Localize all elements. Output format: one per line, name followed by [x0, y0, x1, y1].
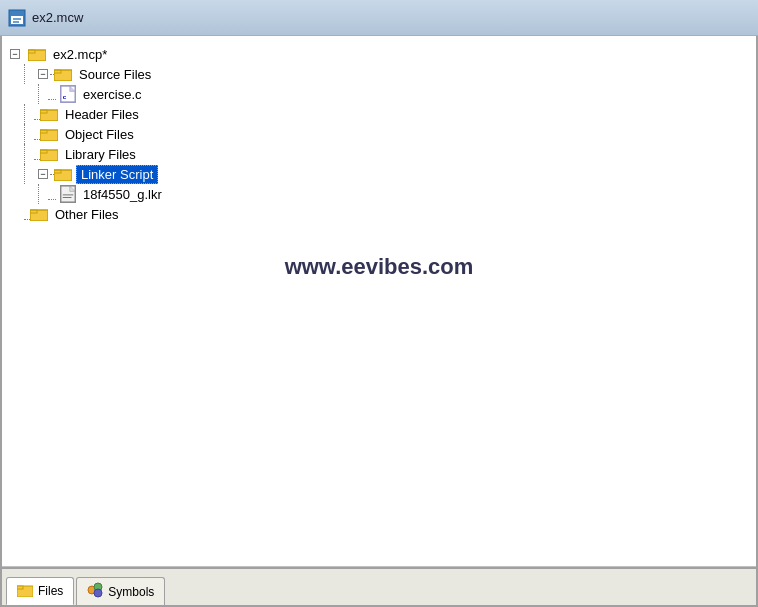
svg-rect-26 [61, 186, 75, 202]
window-icon [8, 9, 26, 27]
svg-rect-34 [17, 586, 23, 589]
tab-symbols[interactable]: Symbols [76, 577, 165, 605]
file-icon-exercise-c: c [60, 85, 76, 103]
tab-symbols-label: Symbols [108, 585, 154, 599]
watermark: www.eevibes.com [6, 224, 752, 300]
svg-point-37 [94, 589, 102, 597]
title-bar: ex2.mcw [0, 0, 758, 36]
folder-icon-other [30, 207, 48, 221]
tab-files-icon [17, 583, 33, 600]
tree-row-root[interactable]: − ex2.mcp* [6, 44, 752, 64]
header-files-label: Header Files [62, 106, 142, 123]
library-files-label: Library Files [62, 146, 139, 163]
tree-row-object-files[interactable]: Object Files [6, 124, 752, 144]
tree-row-other-files[interactable]: Other Files [6, 204, 752, 224]
watermark-text: www.eevibes.com [285, 254, 474, 279]
tree-area[interactable]: − ex2.mcp* − [2, 36, 756, 567]
folder-icon-header [40, 107, 58, 121]
tab-files[interactable]: Files [6, 577, 74, 605]
expand-source[interactable]: − [38, 69, 48, 79]
tab-symbols-icon [87, 582, 103, 601]
tree-row-lkr-file[interactable]: 18f4550_g.lkr [6, 184, 752, 204]
folder-icon-library [40, 147, 58, 161]
folder-icon-linker [54, 167, 72, 181]
file-icon-lkr [60, 185, 76, 203]
tab-bar: Files Symbols [2, 567, 756, 605]
tree-row-linker-script[interactable]: − Linker Script [6, 164, 752, 184]
folder-icon-root [28, 47, 46, 61]
main-window: − ex2.mcp* − [0, 36, 758, 607]
lkr-file-label: 18f4550_g.lkr [80, 186, 165, 203]
tree-row-source-files[interactable]: − Source Files [6, 64, 752, 84]
tree-row-exercise-c[interactable]: c exercise.c [6, 84, 752, 104]
svg-text:c: c [63, 93, 67, 100]
folder-icon-source [54, 67, 72, 81]
root-label: ex2.mcp* [50, 46, 110, 63]
tab-files-label: Files [38, 584, 63, 598]
exercise-c-label: exercise.c [80, 86, 145, 103]
folder-icon-object [40, 127, 58, 141]
source-files-label: Source Files [76, 66, 154, 83]
tree-row-library-files[interactable]: Library Files [6, 144, 752, 164]
other-files-label: Other Files [52, 206, 122, 223]
tree-row-header-files[interactable]: Header Files [6, 104, 752, 124]
expand-linker[interactable]: − [38, 169, 48, 179]
object-files-label: Object Files [62, 126, 137, 143]
linker-script-label: Linker Script [76, 165, 158, 184]
expand-root[interactable]: − [10, 49, 20, 59]
title-text: ex2.mcw [32, 10, 83, 25]
svg-rect-2 [11, 12, 23, 16]
